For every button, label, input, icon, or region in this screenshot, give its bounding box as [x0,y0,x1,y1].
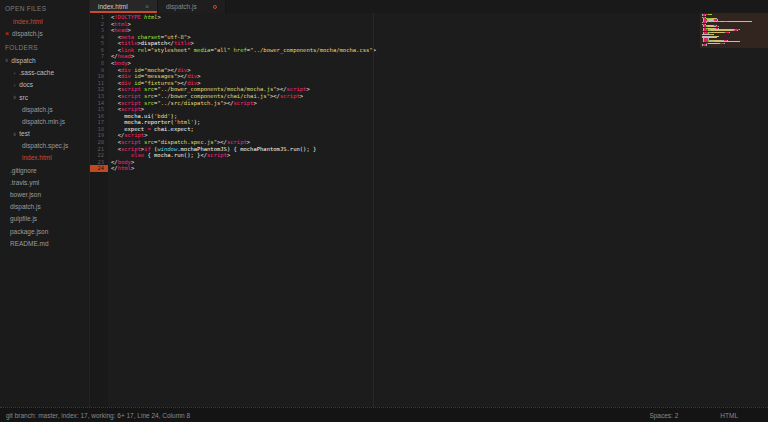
modified-close-icon[interactable]: × [5,30,9,37]
open-files-header: OPEN FILES [0,0,89,15]
minimap-segment [717,36,718,37]
code-token: href [230,47,247,53]
tree-file-package.json[interactable]: package.json [0,225,89,237]
code-token: meta [121,34,134,40]
code-token: > [187,67,190,73]
code-token: > [306,86,309,92]
tab-dispatch.js[interactable]: dispatch.js [158,0,226,13]
code-line-16: mocha.ui('bdd'); [111,113,698,120]
code-token: rel [134,47,147,53]
code-token: link [121,47,134,53]
code-token: > [144,132,147,138]
open-file-label: dispatch.js [12,30,43,37]
code-token: "../bower_components/chai/chai.js" [157,93,270,99]
code-token [111,80,118,86]
minimap-segment [728,21,751,22]
code-line-11: <div id="fixtures"></div> [111,80,698,87]
minimap[interactable] [700,13,768,407]
code-token: > [141,106,144,112]
code-token: html [118,165,131,171]
code-token: > [131,165,134,171]
tree-file-dispatch.spec.js[interactable]: dispatch.spec.js [0,140,89,152]
tree-folder-docs[interactable]: ›docs [0,79,89,91]
code-token: title [121,40,138,46]
tree-file-dispatch.js[interactable]: dispatch.js [0,201,89,213]
code-token: "all" [214,47,231,53]
tree-item-label: .travis.yml [10,179,39,186]
minimap-segment [709,21,716,22]
status-syntax[interactable]: HTML [720,412,738,419]
folder-expanded-icon[interactable]: ∨ [5,57,8,63]
code-line-10: <div id="messages"></div> [111,73,698,80]
code-token [111,40,118,46]
tree-file-index.html[interactable]: index.html [0,152,89,164]
folder-collapsed-icon[interactable]: › [13,70,16,76]
code-token [111,34,118,40]
code-token: ></ [167,67,177,73]
status-indentation[interactable]: Spaces: 2 [649,412,678,419]
minimap-line-24 [702,45,768,46]
editor-pane: index.html×dispatch.js 12345678910111213… [90,0,768,407]
tree-file-dispatch.min.js[interactable]: dispatch.min.js [0,115,89,127]
tab-close-icon[interactable]: × [145,3,149,10]
code-token: div [177,67,187,73]
tree-item-label: docs [19,81,33,88]
code-line-12: <script src="../bower_components/mocha/m… [111,86,698,93]
minimap-segment [724,43,725,44]
line-number-3: 3 [90,27,108,34]
tree-folder-dispatch[interactable]: ∨dispatch [0,54,89,66]
tree-file-.travis.yml[interactable]: .travis.yml [0,176,89,188]
folder-expanded-icon[interactable]: ∨ [13,94,16,100]
line-number-4: 4 [90,34,108,41]
tab-label: dispatch.js [166,3,197,10]
minimap-segment [706,22,707,23]
code-token: </ [111,165,118,171]
code-token: !DOCTYPE [114,14,141,20]
minimap-segment [711,32,723,33]
code-token: "dispatch.spec.js" [157,139,217,145]
code-line-19: </script> [111,132,698,139]
code-token [111,86,118,92]
code-line-5: <title>dispatch</title> [111,40,698,47]
line-number-12: 12 [90,86,108,93]
folder-expanded-icon[interactable]: ∨ [13,131,16,137]
code-line-14: <script src="../src/dispatch.js"></scrip… [111,100,698,107]
code-token: script [124,132,144,138]
open-file-index.html[interactable]: index.html [0,15,89,27]
open-file-dispatch.js[interactable]: ×dispatch.js [0,27,89,39]
code-token: src [141,86,154,92]
tab-index.html[interactable]: index.html× [90,0,158,13]
tree-file-.gitignore[interactable]: .gitignore [0,164,89,176]
code-token: ></ [217,139,227,145]
sidebar: OPEN FILES index.html×dispatch.js FOLDER… [0,0,90,407]
code-token: window [157,146,177,152]
open-file-label: index.html [13,18,43,25]
minimap-segment [706,45,707,46]
tab-bar: index.html×dispatch.js [90,0,768,13]
open-files-list: index.html×dispatch.js [0,15,89,39]
code-token: </ [111,53,118,59]
tree-item-label: dispatch.min.js [22,118,65,125]
code-token [111,146,118,152]
tab-modified-icon[interactable] [213,5,217,9]
code-token: "../bower_components/mocha/mocha.js" [157,86,276,92]
line-number-9: 9 [90,67,108,74]
line-number-24: 24 [90,165,108,172]
code-content[interactable]: <!DOCTYPE html><html><head> <meta charse… [111,14,698,172]
code-token: > [300,93,303,99]
code-token [111,73,118,79]
tree-file-gulpfile.js[interactable]: gulpfile.js [0,213,89,225]
tree-folder-.sass-cache[interactable]: ›.sass-cache [0,67,89,79]
tree-folder-src[interactable]: ∨src [0,91,89,103]
tree-folder-test[interactable]: ∨test [0,128,89,140]
code-token: script [207,152,227,158]
editor-area[interactable]: 123456789101112131415161718192021222324 … [90,13,768,407]
code-line-15: <script> [111,106,698,113]
tree-file-dispatch.js[interactable]: dispatch.js [0,103,89,115]
tree-item-label: dispatch.js [22,106,53,113]
folder-collapsed-icon[interactable]: › [13,82,16,88]
tree-item-label: .gitignore [10,167,37,174]
code-line-24: </html> [111,165,698,172]
tree-file-bower.json[interactable]: bower.json [0,188,89,200]
tree-file-README.md[interactable]: README.md [0,237,89,249]
